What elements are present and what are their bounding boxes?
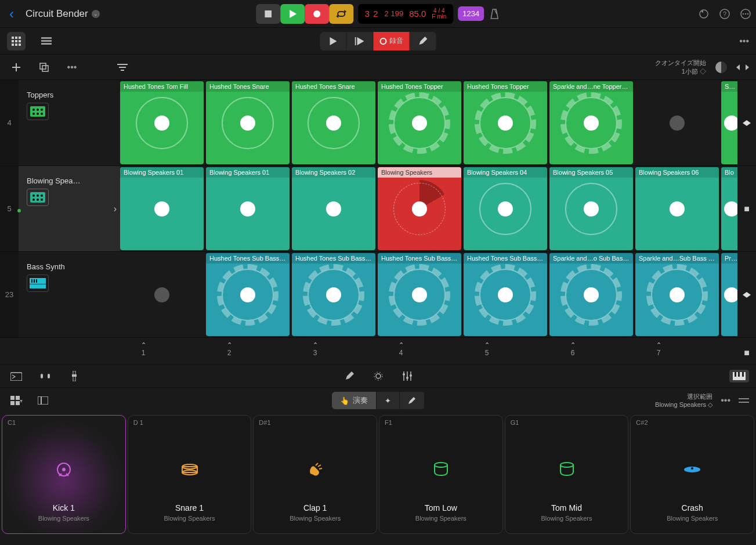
clip-cell[interactable]: Spark <box>721 81 737 164</box>
row-stop-icon[interactable]: ■ <box>744 204 750 214</box>
sliders-icon[interactable] <box>398 367 417 385</box>
scene-trigger[interactable]: ⌃2 <box>187 341 271 364</box>
empty-cell[interactable] <box>120 253 204 336</box>
half-circle-icon[interactable] <box>715 62 727 73</box>
clip-cell[interactable]: Hushed Tones Snare <box>292 81 375 164</box>
horizontal-zoom-icon[interactable] <box>736 63 749 71</box>
play-all-button[interactable] <box>320 32 346 50</box>
svg-rect-66 <box>72 374 77 377</box>
svg-rect-18 <box>15 40 17 42</box>
drum-pad[interactable]: C1 Kick 1 Blowing Speakers <box>2 415 126 534</box>
track-instrument-icon[interactable] <box>27 103 49 120</box>
clip-cell[interactable]: Hushed Tones Sub Bass 02 <box>206 253 290 336</box>
clip-cell[interactable]: Blowing Speakers 05 <box>549 167 633 250</box>
add-track-button[interactable] <box>7 58 26 77</box>
track-header[interactable]: Toppers <box>19 80 120 165</box>
row-play-icon[interactable] <box>743 291 751 299</box>
drum-pad[interactable]: G1 Tom Mid Blowing Speakers <box>505 415 629 534</box>
clip-cell[interactable]: Sparkle and…ne Topper 02 <box>549 81 633 164</box>
clip-label: Hushed Tones Topper <box>464 81 547 92</box>
svg-point-12 <box>745 13 746 14</box>
lcd-display[interactable]: 3 2 2 199 85.0 4 / 4 F min <box>358 4 454 24</box>
clip-cell[interactable]: Blo <box>721 167 737 250</box>
pad-note: F1 <box>385 419 392 426</box>
view-more-icon[interactable]: ••• <box>739 36 749 46</box>
list-view-button[interactable] <box>37 32 56 50</box>
track-instrument-icon[interactable] <box>27 189 49 206</box>
track-expand-button[interactable]: › <box>114 204 117 214</box>
perform-mode-button[interactable]: 👆 演奏 <box>332 392 377 409</box>
scene-trigger[interactable]: ⌃4 <box>359 341 443 364</box>
gear-icon[interactable] <box>369 367 388 385</box>
pad-layout-icon[interactable] <box>34 391 52 410</box>
clip-label: Blowing Speakers 04 <box>464 167 547 178</box>
help-icon[interactable]: ? <box>719 8 730 20</box>
clip-cell[interactable]: Blowing Speakers 02 <box>292 167 375 250</box>
svg-point-50 <box>37 194 39 197</box>
target-mode-button[interactable]: ✦ <box>377 392 400 409</box>
clip-cell[interactable]: Hushed Tones Topper <box>378 81 461 164</box>
drum-pad[interactable]: C#2 Crash Blowing Speakers <box>630 415 754 534</box>
clip-label: Hushed Tones Tom Fill <box>120 81 204 92</box>
stop-button[interactable] <box>256 4 280 24</box>
filter-button[interactable] <box>113 58 132 77</box>
pencil-icon[interactable] <box>340 367 359 385</box>
track-more-icon[interactable]: ••• <box>63 58 81 77</box>
track-header[interactable]: Blowing Spea… › <box>19 166 120 251</box>
svg-rect-16 <box>19 37 21 39</box>
pad-grid-icon[interactable]: ▾ <box>7 391 26 410</box>
count-in-button[interactable]: 1234 <box>458 6 484 21</box>
scene-stop-all[interactable]: ■ <box>744 348 750 358</box>
edit-button[interactable] <box>410 32 436 50</box>
drum-pad[interactable]: D#1 Clap 1 Blowing Speakers <box>253 415 377 534</box>
play-from-button[interactable] <box>346 32 373 50</box>
clip-label: Blowing Speakers 05 <box>549 167 633 178</box>
record-button[interactable] <box>305 4 329 24</box>
play-button[interactable] <box>280 4 305 24</box>
grid-view-button[interactable] <box>7 32 26 50</box>
clip-cell[interactable]: Sparkle and…Sub Bass 01 <box>635 253 719 336</box>
session-record-button[interactable]: 録音 <box>373 32 410 50</box>
drum-pad[interactable]: F1 Tom Low Blowing Speakers <box>379 415 503 534</box>
scene-trigger[interactable]: ⌃6 <box>531 341 614 364</box>
pad-more-icon[interactable]: ••• <box>721 395 730 406</box>
edit-mode-button[interactable] <box>400 392 425 409</box>
clip-cell[interactable]: Blowing Speakers 04 <box>464 167 547 250</box>
track-header[interactable]: Bass Synth <box>19 252 120 337</box>
undo-icon[interactable] <box>698 8 710 20</box>
more-icon[interactable] <box>740 8 751 20</box>
clip-cell[interactable]: Hushed Tones Snare <box>206 81 290 164</box>
browser-icon[interactable] <box>7 367 26 385</box>
clip-label: Hushed Tones Sub Bass 02 <box>378 253 461 264</box>
quantize-setting[interactable]: クオンタイズ開始 1小節 ◇ <box>655 59 706 75</box>
clip-cell[interactable]: Blowing Speakers 01 <box>120 167 204 250</box>
handle-icon[interactable] <box>739 398 749 403</box>
keyboard-icon[interactable] <box>729 370 749 382</box>
clip-cell-playing[interactable]: Blowing Speakers <box>378 167 461 250</box>
clip-cell[interactable]: Blowing Speakers 01 <box>206 167 290 250</box>
scene-trigger[interactable]: ⌃5 <box>445 341 529 364</box>
clip-cell[interactable]: Hushed Tones Tom Fill <box>120 81 204 164</box>
clip-cell[interactable]: Hushed Tones Sub Bass 02 <box>378 253 461 336</box>
track-instrument-icon[interactable] <box>27 275 49 292</box>
scene-trigger[interactable]: ⌃1 <box>102 341 185 364</box>
selection-range[interactable]: 選択範囲 Blowing Speakers ◇ <box>655 392 712 409</box>
scene-trigger[interactable]: ⌃7 <box>617 341 700 364</box>
clip-cell[interactable]: Hushed Tones Topper <box>464 81 547 164</box>
mixer-icon[interactable] <box>36 367 55 385</box>
drum-pad[interactable]: D 1 Snare 1 Blowing Speakers <box>128 415 252 534</box>
duplicate-track-button[interactable] <box>35 58 53 77</box>
clip-cell[interactable]: Blowing Speakers 06 <box>635 167 719 250</box>
clip-cell[interactable]: Hushed Tones Sub Bass 01 <box>464 253 547 336</box>
back-button[interactable]: ‹ <box>5 6 19 22</box>
cycle-button[interactable] <box>329 4 353 24</box>
scene-trigger[interactable]: ⌃3 <box>273 341 357 364</box>
clip-cell[interactable]: Sparkle and…o Sub Bass 01 <box>549 253 633 336</box>
metronome-icon[interactable] <box>489 8 500 20</box>
fader-icon[interactable] <box>65 367 84 385</box>
clip-cell[interactable]: Press <box>721 253 737 336</box>
project-title[interactable]: Circuit Bender ⌄ <box>26 8 100 20</box>
clip-cell[interactable]: Hushed Tones Sub Bass 02 <box>292 253 375 336</box>
row-play-icon[interactable] <box>743 119 751 127</box>
empty-cell[interactable] <box>635 81 719 164</box>
